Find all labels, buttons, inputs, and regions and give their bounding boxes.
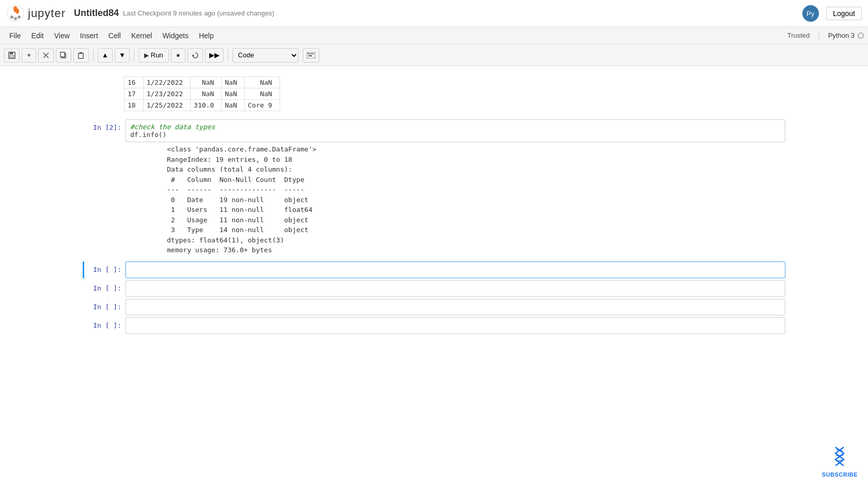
svg-point-4 xyxy=(18,16,21,19)
cell-prompt-in2: In [2]: xyxy=(84,119,126,135)
cell-empty1-inner: In [ ]: xyxy=(84,262,785,278)
save-button[interactable] xyxy=(4,48,20,63)
table-cell-users: 310.0 xyxy=(191,100,222,111)
kernel-indicator: Python 3 xyxy=(828,32,864,39)
add-cell-button[interactable]: + xyxy=(22,48,36,63)
copy-button[interactable] xyxy=(56,48,71,63)
cell-empty2-input[interactable] xyxy=(126,280,785,297)
notebook-title-area: Untitled84 Last Checkpoint 9 minutes ago… xyxy=(74,8,801,19)
python-logo-icon: Py xyxy=(801,4,820,23)
menu-help[interactable]: Help xyxy=(194,29,219,42)
cut-button[interactable] xyxy=(38,48,54,63)
table-row: 16 1/22/2022 NaN NaN NaN xyxy=(125,77,280,88)
table-cell-index: 17 xyxy=(125,88,144,100)
paste-icon xyxy=(78,52,85,59)
cell-empty3: In [ ]: xyxy=(83,299,785,315)
table-cell-usage: NaN xyxy=(222,88,244,100)
keyboard-icon xyxy=(307,52,315,58)
menu-widgets[interactable]: Widgets xyxy=(157,29,194,42)
cell-prompt-empty4: In [ ]: xyxy=(84,317,126,333)
cell-in2-input[interactable]: #check the data types df.info() xyxy=(126,119,785,142)
subscribe-area[interactable]: SUBSCRIBE xyxy=(822,445,858,478)
svg-rect-10 xyxy=(10,55,14,58)
run-button[interactable]: ▶ Run xyxy=(138,48,169,63)
checkpoint-info: Last Checkpoint 9 minutes ago (unsaved c… xyxy=(123,9,274,17)
jupyter-logo-icon xyxy=(6,4,25,23)
menubar: File Edit View Insert Cell Kernel Widget… xyxy=(0,27,868,44)
table-cell-date: 1/23/2022 xyxy=(143,88,190,100)
toolbar-sep1 xyxy=(93,49,94,62)
cell-empty1-input[interactable] xyxy=(126,262,785,278)
trusted-label: Trusted xyxy=(787,32,810,39)
svg-rect-23 xyxy=(308,55,312,56)
cell-empty3-inner: In [ ]: xyxy=(84,299,785,315)
menu-kernel[interactable]: Kernel xyxy=(126,29,157,42)
cell-empty4-inner: In [ ]: xyxy=(84,317,785,334)
move-down-button[interactable]: ▼ xyxy=(115,48,130,63)
table-cell-index: 16 xyxy=(125,77,144,88)
table-row: 18 1/25/2022 310.0 NaN Core 9 xyxy=(125,100,280,111)
toolbar: + ▲ ▼ ▶ Run ■ ▶▶ xyxy=(0,44,868,66)
svg-text:Py: Py xyxy=(807,10,815,18)
stop-icon: ■ xyxy=(177,52,180,58)
svg-point-3 xyxy=(10,16,13,19)
svg-rect-22 xyxy=(313,53,314,54)
jupyter-logo: jupyter xyxy=(6,4,66,23)
table-cell-index: 18 xyxy=(125,100,144,111)
notebook-area: 16 1/22/2022 NaN NaN NaN 17 1/23/2022 Na… xyxy=(72,77,796,334)
dataframe-output: 16 1/22/2022 NaN NaN NaN 17 1/23/2022 Na… xyxy=(124,77,785,111)
toolbar-sep3 xyxy=(228,49,228,62)
cell-in2-output: <class 'pandas.core.frame.DataFrame'> Ra… xyxy=(167,142,785,257)
logout-button[interactable]: Logout xyxy=(826,7,862,20)
paste-button[interactable] xyxy=(73,48,89,63)
code-comment: #check the data types xyxy=(130,123,215,131)
table-cell-usage: NaN xyxy=(222,77,244,88)
cell-empty3-input[interactable] xyxy=(126,299,785,315)
copy-icon xyxy=(60,52,67,59)
svg-rect-15 xyxy=(79,53,83,58)
dna-icon xyxy=(831,445,848,469)
cell-in2: In [2]: #check the data types df.info() … xyxy=(83,119,785,257)
fast-forward-button[interactable]: ▶▶ xyxy=(205,48,224,63)
trusted-area: Trusted | Python 3 xyxy=(787,32,864,39)
svg-rect-21 xyxy=(311,53,312,54)
menu-cell[interactable]: Cell xyxy=(103,29,126,42)
move-up-button[interactable]: ▲ xyxy=(98,48,113,63)
cell-inner: In [2]: #check the data types df.info() … xyxy=(84,119,785,257)
header-right: Py Logout xyxy=(801,4,862,23)
keyboard-shortcuts-button[interactable] xyxy=(303,48,319,63)
menu-file[interactable]: File xyxy=(4,29,26,42)
table-cell-date: 1/25/2022 xyxy=(143,100,190,111)
cut-icon xyxy=(42,52,50,59)
menu-edit[interactable]: Edit xyxy=(26,29,49,42)
menu-insert[interactable]: Insert xyxy=(75,29,103,42)
cell-empty2: In [ ]: xyxy=(83,280,785,297)
table-cell-users: NaN xyxy=(191,88,222,100)
subscribe-label: SUBSCRIBE xyxy=(822,471,858,478)
run-triangle-icon: ▶ xyxy=(144,52,149,59)
svg-rect-16 xyxy=(80,52,82,54)
menu-view[interactable]: View xyxy=(49,29,75,42)
cell-empty4-input[interactable] xyxy=(126,317,785,334)
cell-in2-content: #check the data types df.info() <class '… xyxy=(126,119,785,257)
cell-prompt-empty2: In [ ]: xyxy=(84,280,126,296)
table-cell-type: Core 9 xyxy=(244,100,280,111)
cell-type-select[interactable]: Code Markdown Raw NBConvert xyxy=(233,48,299,63)
svg-line-24 xyxy=(836,450,843,451)
cell-empty1: In [ ]: xyxy=(83,262,785,278)
table-cell-usage: NaN xyxy=(222,100,244,111)
svg-rect-14 xyxy=(60,52,65,57)
dataframe-table: 16 1/22/2022 NaN NaN NaN 17 1/23/2022 Na… xyxy=(124,77,280,111)
kernel-label: Python 3 xyxy=(828,32,855,39)
restart-button[interactable] xyxy=(188,48,203,63)
svg-rect-19 xyxy=(308,53,309,54)
table-cell-type: NaN xyxy=(244,88,280,100)
code-body: df.info() xyxy=(130,131,166,139)
cell-prompt-empty1: In [ ]: xyxy=(84,262,126,278)
stop-button[interactable]: ■ xyxy=(171,48,185,63)
run-label: Run xyxy=(151,51,163,59)
main-content: 16 1/22/2022 NaN NaN NaN 17 1/23/2022 Na… xyxy=(0,66,868,488)
svg-rect-9 xyxy=(10,52,13,54)
svg-rect-20 xyxy=(309,53,311,54)
notebook-name[interactable]: Untitled84 xyxy=(74,8,119,19)
